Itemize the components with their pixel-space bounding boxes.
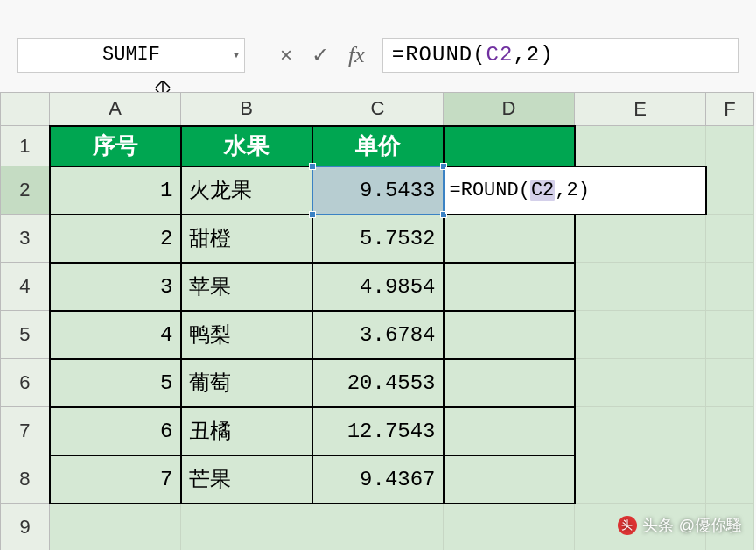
selection-handle-icon[interactable] — [309, 163, 316, 170]
cell-B9[interactable] — [181, 504, 312, 551]
cell-C9[interactable] — [312, 504, 444, 551]
formula-input[interactable]: =ROUND(C2,2) — [382, 38, 738, 73]
cell-B2[interactable]: 火龙果 — [181, 166, 312, 215]
cancel-icon[interactable]: × — [280, 43, 292, 67]
cell-E5[interactable] — [575, 311, 706, 359]
cell-F8[interactable] — [706, 455, 754, 504]
cell-C5[interactable]: 3.6784 — [312, 311, 444, 359]
cell-D3[interactable] — [444, 215, 575, 263]
cell-D7[interactable] — [444, 407, 575, 455]
cell-D8[interactable] — [444, 455, 575, 504]
cell-F6[interactable] — [706, 359, 754, 407]
name-box-dropdown-icon[interactable]: ▼ — [234, 50, 239, 60]
formula-bar: SUMIF ▼ × ✓ fx =ROUND(C2,2) — [0, 31, 756, 79]
cell-F3[interactable] — [706, 215, 754, 263]
cell-B5[interactable]: 鸭梨 — [181, 311, 312, 359]
row-header-2[interactable]: 2 — [1, 166, 50, 215]
cell-C7[interactable]: 12.7543 — [312, 407, 444, 455]
name-box[interactable]: SUMIF ▼ — [18, 38, 245, 73]
name-box-value: SUMIF — [102, 44, 160, 66]
cell-D4[interactable] — [444, 263, 575, 311]
header-fruit[interactable]: 水果 — [181, 126, 312, 166]
cell-A7[interactable]: 6 — [50, 407, 181, 455]
cell-A5[interactable]: 4 — [50, 311, 181, 359]
row-header-8[interactable]: 8 — [1, 455, 50, 504]
table-row: 8 7 芒果 9.4367 — [1, 455, 754, 504]
header-empty-D[interactable] — [444, 126, 575, 166]
cell-B8[interactable]: 芒果 — [181, 455, 312, 504]
table-row: 2 1 火龙果 9.5433 =ROUND(C2,2) — [1, 166, 754, 215]
cell-D5[interactable] — [444, 311, 575, 359]
cell-E3[interactable] — [575, 215, 706, 263]
formula-text-prefix: =ROUND( — [392, 43, 486, 67]
col-header-F[interactable]: F — [706, 93, 754, 126]
cell-D9[interactable] — [444, 504, 575, 551]
cell-A8[interactable]: 7 — [50, 455, 181, 504]
cell-C4[interactable]: 4.9854 — [312, 263, 444, 311]
cell-F4[interactable] — [706, 263, 754, 311]
cell-B3[interactable]: 甜橙 — [181, 215, 312, 263]
watermark-handle: @優你騷 — [679, 515, 742, 536]
cell-C3[interactable]: 5.7532 — [312, 215, 444, 263]
row-header-9[interactable]: 9 — [1, 504, 50, 551]
cell-E8[interactable] — [575, 455, 706, 504]
row-header-6[interactable]: 6 — [1, 359, 50, 407]
cell-A9[interactable] — [50, 504, 181, 551]
cell-F1[interactable] — [706, 126, 754, 166]
selection-handle-icon[interactable] — [309, 211, 316, 218]
table-row: 5 4 鸭梨 3.6784 — [1, 311, 754, 359]
row-header-4[interactable]: 4 — [1, 263, 50, 311]
formula-ref: C2 — [486, 43, 514, 67]
cell-E4[interactable] — [575, 263, 706, 311]
cell-F5[interactable] — [706, 311, 754, 359]
cell-B7[interactable]: 丑橘 — [181, 407, 312, 455]
cell-B4[interactable]: 苹果 — [181, 263, 312, 311]
cell-E7[interactable] — [575, 407, 706, 455]
cell-D2-editing[interactable]: =ROUND(C2,2) — [444, 166, 706, 215]
select-all-corner[interactable] — [1, 93, 50, 126]
cell-F7[interactable] — [706, 407, 754, 455]
row-header-7[interactable]: 7 — [1, 407, 50, 455]
column-header-row: A B C D E F — [1, 93, 754, 126]
cell-A4[interactable]: 3 — [50, 263, 181, 311]
col-header-D[interactable]: D — [444, 93, 575, 126]
cell-C6[interactable]: 20.4553 — [312, 359, 444, 407]
col-header-C[interactable]: C — [312, 93, 444, 126]
confirm-icon[interactable]: ✓ — [312, 43, 329, 67]
watermark-logo-icon: 头 — [618, 516, 637, 535]
fx-icon[interactable]: fx — [348, 42, 365, 68]
cell-A6[interactable]: 5 — [50, 359, 181, 407]
table-row: 6 5 葡萄 20.4553 — [1, 359, 754, 407]
col-header-A[interactable]: A — [50, 93, 181, 126]
cell-C2[interactable]: 9.5433 — [312, 166, 444, 215]
cell-A3[interactable]: 2 — [50, 215, 181, 263]
cell-C2-value: 9.5433 — [360, 179, 435, 202]
cell-A2[interactable]: 1 — [50, 166, 181, 215]
col-header-E[interactable]: E — [575, 93, 706, 126]
cell-B6[interactable]: 葡萄 — [181, 359, 312, 407]
cell-E6[interactable] — [575, 359, 706, 407]
table-row: 1 序号 水果 单价 — [1, 126, 754, 166]
editing-formula: =ROUND(C2,2) — [450, 180, 592, 201]
watermark-label: 头条 — [642, 515, 674, 536]
cell-D6[interactable] — [444, 359, 575, 407]
cell-C8[interactable]: 9.4367 — [312, 455, 444, 504]
spreadsheet-grid[interactable]: A B C D E F 1 序号 水果 单价 2 1 火龙果 9.5433 =R… — [0, 92, 754, 550]
cell-E1[interactable] — [575, 126, 706, 166]
row-header-1[interactable]: 1 — [1, 126, 50, 166]
row-header-3[interactable]: 3 — [1, 215, 50, 263]
col-header-B[interactable]: B — [181, 93, 312, 126]
text-cursor-icon — [591, 180, 592, 200]
cell-F2[interactable] — [706, 166, 754, 215]
row-header-5[interactable]: 5 — [1, 311, 50, 359]
header-seq[interactable]: 序号 — [50, 126, 181, 166]
formula-text-tail: ,2) — [513, 43, 553, 67]
table-row: 3 2 甜橙 5.7532 — [1, 215, 754, 263]
table-row: 4 3 苹果 4.9854 — [1, 263, 754, 311]
header-price[interactable]: 单价 — [312, 126, 444, 166]
watermark: 头 头条 @優你騷 — [618, 515, 742, 536]
table-row: 7 6 丑橘 12.7543 — [1, 407, 754, 455]
